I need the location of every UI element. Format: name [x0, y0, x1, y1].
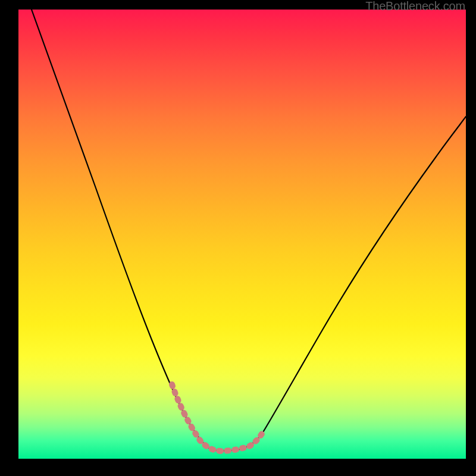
chart-svg [18, 10, 466, 459]
watermark-text: TheBottleneck.com [365, 0, 465, 13]
chart-container: TheBottleneck.com [0, 0, 476, 476]
optimal-range-highlight [172, 384, 262, 451]
bottleneck-curve [32, 10, 466, 450]
plot-area [18, 10, 466, 459]
